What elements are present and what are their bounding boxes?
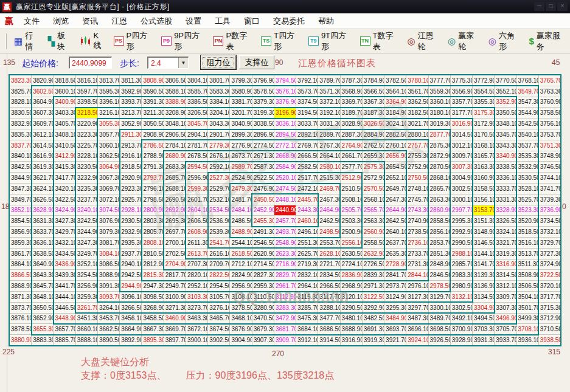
toolbar-item-9p-square[interactable]: P99P四方形 xyxy=(157,30,209,52)
gann-cell: 3808.90 xyxy=(142,75,163,86)
gann-cell: 2815.30 xyxy=(142,270,163,280)
gann-cell: 3859.30 xyxy=(10,238,31,248)
menu-item-help[interactable]: 帮助 xyxy=(311,16,341,27)
gann-cell: 3506.50 xyxy=(517,281,538,291)
gann-cell: 3871.30 xyxy=(10,292,31,302)
minimize-button[interactable]: ─ xyxy=(534,2,544,11)
gann-cell: 2928.10 xyxy=(120,205,141,216)
gann-cell: 3585.70 xyxy=(186,86,207,97)
gann-cell: 3316.90 xyxy=(495,260,516,270)
menu-item-tools[interactable]: 工具 xyxy=(208,16,237,27)
degree-label-45: 45 xyxy=(552,58,560,67)
toolbar-item-label: 行情 xyxy=(25,30,39,52)
gann-cell: 3844.90 xyxy=(10,173,31,183)
gann-cell: 3609.70 xyxy=(32,119,53,129)
gann-cell: 2925.70 xyxy=(120,194,141,205)
gann-cell: 2889.70 xyxy=(318,129,339,140)
toolbar-item-winner-service[interactable]: $赢家服务 xyxy=(525,30,570,52)
chevron-down-icon[interactable]: ▼ xyxy=(178,58,188,68)
toolbar-item-quotes[interactable]: ▦行情 xyxy=(10,30,44,52)
menu-item-formula-stock-pick[interactable]: 公式选股 xyxy=(134,16,179,27)
start-price-input[interactable] xyxy=(69,57,112,69)
gann-cell: 2844.10 xyxy=(406,270,428,280)
gann-cell: 3676.90 xyxy=(230,324,251,334)
gann-cell: 3026.50 xyxy=(363,119,384,129)
gann-cell: 3288.10 xyxy=(318,303,339,313)
gann-cell: 2608.90 xyxy=(186,227,207,237)
gann-cell: 3854.50 xyxy=(10,216,31,226)
menu-item-gann[interactable]: 江恩 xyxy=(105,16,134,27)
gann-cell: 2709.70 xyxy=(208,260,229,270)
toolbar-item-t-table[interactable]: TNT数字表 xyxy=(356,30,403,52)
gann-cell: 3612.10 xyxy=(32,129,53,140)
toolbar-item-hexagon[interactable]: ◎六角形 xyxy=(484,30,525,52)
menu-item-settings[interactable]: 设置 xyxy=(179,16,208,27)
gann-cell: 3655.30 xyxy=(32,324,53,334)
gann-cell: 2995.30 xyxy=(451,216,472,226)
gann-cell: 2872.90 xyxy=(429,151,450,162)
gann-cell: 3794.50 xyxy=(274,75,296,86)
gann-cell: 3487.30 xyxy=(406,314,428,324)
gann-cell: 3638.50 xyxy=(32,249,53,259)
gann-cell: 3468.10 xyxy=(230,314,251,324)
toolbar-item-9t-square[interactable]: T99T四方形 xyxy=(304,30,356,52)
gann-cell: 2973.70 xyxy=(384,281,406,291)
gann-cell: 2863.30 xyxy=(429,194,450,205)
gann-cell: 3321.70 xyxy=(495,238,516,248)
toolbar-item-winner-wheel[interactable]: ◎赢家轮 xyxy=(443,30,484,52)
gann-cell: 3242.50 xyxy=(76,216,97,226)
gann-cell: 2464.90 xyxy=(318,205,339,216)
gann-cell: 3300.10 xyxy=(429,303,450,313)
menu-item-browse[interactable]: 浏览 xyxy=(46,16,75,27)
menu-item-file[interactable]: 文件 xyxy=(17,16,46,27)
step-combobox[interactable]: 2.4 ▼ xyxy=(147,57,189,69)
gann-cell: 3660.10 xyxy=(76,324,97,334)
gann-cell: 3206.50 xyxy=(186,108,207,118)
gann-cell: 3036.10 xyxy=(274,119,296,129)
menu-item-trade-entrust[interactable]: 交易委托 xyxy=(266,16,311,27)
toolbar-item-p-table[interactable]: PNP数字表 xyxy=(209,30,257,52)
menu-item-window[interactable]: 窗口 xyxy=(237,16,266,27)
degree-label-315: 315 xyxy=(548,348,560,356)
gann-cell: 3619.30 xyxy=(32,162,53,172)
gann-cell: 3744.10 xyxy=(539,173,560,183)
close-button[interactable]: × xyxy=(557,2,568,11)
gann-cell: 2673.70 xyxy=(230,151,251,162)
toolbar-item-gann-wheel[interactable]: ◎江恩轮 xyxy=(403,30,443,52)
gann-cell: 3804.10 xyxy=(186,75,207,86)
gann-cell: 2877.70 xyxy=(429,129,450,140)
gann-cell: 3129.70 xyxy=(429,292,450,302)
toolbar-item-kline[interactable]: K线 xyxy=(76,31,109,51)
gann-cell: 2654.50 xyxy=(384,162,406,172)
gann-cell: 3105.70 xyxy=(208,292,229,302)
gann-cell: 2517.70 xyxy=(296,173,318,183)
toolbar-item-sectors[interactable]: ▚板块 xyxy=(43,30,75,52)
toolbar-item-p-square[interactable]: PSP四方形 xyxy=(109,30,158,52)
gann-cell: 3002.50 xyxy=(451,184,472,194)
gann-cell: 3424.90 xyxy=(54,205,75,216)
resistance-button[interactable]: 阻力位 xyxy=(201,55,236,69)
gann-cell: 3144.10 xyxy=(473,249,494,259)
gann-cell: 3084.10 xyxy=(98,249,119,259)
gann-cell: 2738.50 xyxy=(406,227,428,237)
gann-cell: 2920.90 xyxy=(120,173,141,183)
gann-cell: 3079.30 xyxy=(98,227,119,237)
gann-cell: 3583.30 xyxy=(208,86,229,97)
gann-cell: 3878.50 xyxy=(10,324,31,334)
support-button[interactable]: 支撑位 xyxy=(239,55,274,69)
gann-cell: 3290.50 xyxy=(341,303,362,313)
gann-cell: 3933.70 xyxy=(495,335,516,345)
gann-cell: 2647.30 xyxy=(384,194,406,205)
gann-cell: 3024.10 xyxy=(384,119,406,129)
gann-cell: 2515.30 xyxy=(318,173,339,183)
maximize-button[interactable]: □ xyxy=(546,2,556,11)
menu-item-news[interactable]: 资讯 xyxy=(75,16,105,27)
gann-cell: 3127.30 xyxy=(406,292,428,302)
gann-cell: 2781.70 xyxy=(186,140,207,151)
gann-cell: 3295.30 xyxy=(384,303,406,313)
gann-cell: 3840.10 xyxy=(10,151,31,162)
gann-cell: 2860.90 xyxy=(429,205,450,216)
gann-cell: 3564.10 xyxy=(384,86,406,97)
toolbar-item-t-square[interactable]: TST四方形 xyxy=(257,30,304,52)
gann-cell: 3069.70 xyxy=(98,184,119,194)
